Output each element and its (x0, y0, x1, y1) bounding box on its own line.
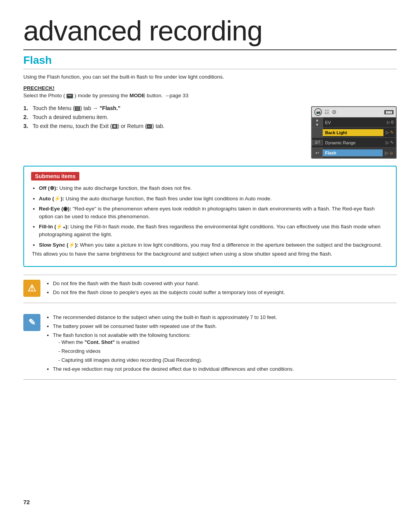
precheck-text-part2: ) mode by pressing the (75, 93, 130, 98)
warning-item-2: Do not fire the flash close to people's … (53, 289, 285, 296)
camera-dynamicrange-value: ▷ ✎ (383, 139, 396, 146)
submenu-fillin-text: Using the Fill-In flash mode, the flash … (39, 224, 380, 237)
step-2-number: 2. (23, 114, 30, 120)
intro-text: Using the Flash function, you can set th… (23, 74, 397, 80)
precheck-text-part1: Select the Photo ( (23, 93, 65, 98)
camera-row-dynamicrange: 3/7 Dynamic Range ▷ ✎ (312, 138, 396, 148)
section-title: Flash (23, 54, 397, 67)
submenu-item-redeye: Red-Eye (◉): "Red-eye" is the phenomenon… (39, 205, 389, 220)
submenu-slowsync-label: Slow Sync (⚡): (39, 242, 79, 248)
camera-flash-label: Flash (323, 149, 383, 156)
warning-list: Do not fire the flash with the flash bul… (46, 280, 285, 296)
submenu-item-fillin: Fill-In (⚡₊): Using the Fill-In flash mo… (39, 223, 389, 238)
step-1-number: 1. (23, 105, 30, 111)
note-content: The recommended distance to the subject … (46, 314, 294, 375)
note-icon: ✎ (23, 314, 40, 331)
submenu-list: Off (⊗): Using the auto discharge functi… (31, 184, 389, 258)
camera-page-indicator: 3/7 (312, 140, 323, 145)
camera-row-ev: ▲ ▼ EV ▷ 0 (312, 117, 396, 128)
steps-column: 1. Touch the Menu (☷) tab → "Flash." 2. … (23, 105, 299, 131)
submenu-item-slowsync: Slow Sync (⚡): When you take a picture i… (39, 241, 389, 258)
camera-top-bar: 📷 ☷ ⚙ ▮▮▮▮ (312, 107, 396, 117)
section-divider (23, 69, 397, 69)
camera-row-backlight: Back Light ▷ ✎ (312, 128, 396, 138)
note-item-4: The red-eye reduction may not produce th… (53, 366, 294, 373)
camera-ev-value: ▷ 0 (385, 119, 396, 126)
precheck-text-part3: button. →page 33 (147, 93, 188, 98)
camera-row-flash: ↩ Flash ▷ ☺ (312, 148, 396, 158)
note-item-1: The recommended distance to the subject … (53, 314, 294, 321)
precheck-label: PRECHECK! (23, 85, 397, 91)
camera-backlight-value: ▷ ✎ (383, 129, 396, 136)
camera-row-spacer (312, 128, 323, 137)
submenu-redeye-label: Red-Eye (◉): (39, 206, 71, 212)
warning-item-1: Do not fire the flash with the flash bul… (53, 280, 285, 287)
submenu-slowsync-text: When you take a picture in low light con… (80, 242, 382, 248)
camera-photo-icon: 📷 (314, 108, 322, 116)
warning-content: Do not fire the flash with the flash bul… (46, 280, 285, 298)
submenu-auto-label: Auto (⚡): (39, 196, 64, 202)
submenu-fillin-label: Fill-In (⚡₊): (39, 224, 69, 230)
step-3-text: To exit the menu, touch the Exit (✖) or … (33, 123, 164, 129)
photo-mode-icon: 📷 (66, 94, 73, 98)
menu-icon: ☷ (75, 106, 80, 111)
submenu-off-label: Off (⊗): (39, 185, 58, 191)
mode-button-label: MODE (130, 93, 145, 98)
note-list: The recommended distance to the subject … (46, 314, 294, 373)
camera-ui-panel: 📷 ☷ ⚙ ▮▮▮▮ ▲ ▼ EV ▷ 0 Back Light ▷ ✎ 3/7 (311, 106, 397, 159)
step-1: 1. Touch the Menu (☷) tab → "Flash." (23, 105, 299, 111)
note-box: ✎ The recommended distance to the subjec… (23, 309, 397, 380)
submenu-redeye-text: "Red-eye" is the phenomenon where eyes l… (39, 206, 374, 219)
steps-and-ui-container: 1. Touch the Menu (☷) tab → "Flash." 2. … (23, 105, 397, 159)
cont-shot-label: "Cont. Shot" (84, 339, 115, 345)
note-item-2: The battery power will be consumed faste… (53, 323, 294, 330)
camera-back-button[interactable]: ↩ (312, 148, 323, 158)
return-icon: ↩ (147, 124, 152, 129)
exit-icon: ✖ (112, 124, 117, 129)
camera-ev-label: EV (323, 119, 385, 126)
step-3: 3. To exit the menu, touch the Exit (✖) … (23, 123, 299, 129)
submenu-box: Submenu items Off (⊗): Using the auto di… (23, 166, 397, 267)
note-item-3: The flash function is not available with… (53, 332, 294, 364)
warning-icon: ⚠ (23, 280, 40, 297)
page-title: advanced recording (23, 16, 397, 50)
camera-menu-icon: ☷ (324, 109, 329, 115)
camera-arrow-down[interactable]: ▼ (315, 123, 319, 127)
camera-flash-value: ▷ ☺ (383, 149, 396, 157)
note-sublist: When the "Cont. Shot" is enabled Recordi… (53, 339, 294, 364)
warning-box: ⚠ Do not fire the flash with the flash b… (23, 275, 397, 303)
camera-dynamicrange-label: Dynamic Range (323, 139, 383, 146)
note-item-3-text: The flash function is not available with… (53, 332, 191, 338)
submenu-auto-text: Using the auto discharge function, the f… (66, 196, 272, 202)
submenu-item-auto: Auto (⚡): Using the auto discharge funct… (39, 195, 389, 203)
step-2-text: Touch a desired submenu item. (33, 114, 108, 120)
precheck-text: Select the Photo ( 📷 ) mode by pressing … (23, 93, 397, 98)
submenu-slowsync-extra: This allows you to have the same brightn… (32, 250, 389, 258)
submenu-title: Submenu items (31, 172, 79, 181)
camera-arrow-up[interactable]: ▲ (315, 118, 319, 123)
submenu-off-text: Using the auto discharge function, the f… (60, 185, 192, 191)
camera-battery-icon: ▮▮▮▮ (384, 110, 394, 114)
step-2: 2. Touch a desired submenu item. (23, 114, 299, 120)
camera-backlight-label: Back Light (323, 129, 383, 136)
camera-gear-icon: ⚙ (332, 109, 337, 115)
note-sublist-item-3: Capturing still images during video reco… (58, 357, 294, 364)
note-sublist-item-1: When the "Cont. Shot" is enabled (58, 339, 294, 346)
submenu-item-off: Off (⊗): Using the auto discharge functi… (39, 184, 389, 192)
step-1-text: Touch the Menu (☷) tab → "Flash." (33, 105, 121, 111)
step-3-number: 3. (23, 123, 30, 129)
camera-nav-arrows[interactable]: ▲ ▼ (312, 117, 323, 127)
note-sublist-item-2: Recording videos (58, 348, 294, 355)
page-number: 72 (23, 499, 30, 505)
